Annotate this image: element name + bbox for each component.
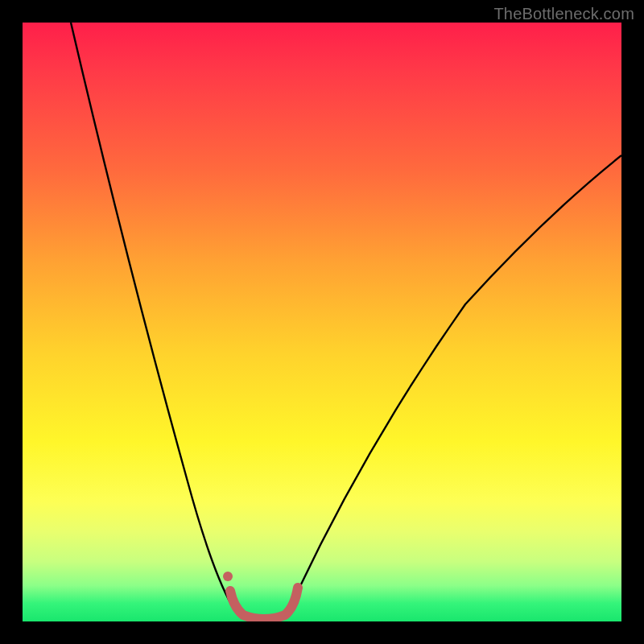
left-descending-curve bbox=[71, 23, 232, 605]
watermark-text: TheBottleneck.com bbox=[493, 5, 634, 23]
plot-area bbox=[23, 23, 621, 621]
outer-frame: TheBottleneck.com bbox=[0, 0, 644, 644]
valley-u-highlight bbox=[230, 588, 298, 619]
curve-overlay bbox=[23, 23, 621, 621]
valley-dot-marker bbox=[223, 572, 233, 581]
right-ascending-curve bbox=[298, 155, 621, 591]
